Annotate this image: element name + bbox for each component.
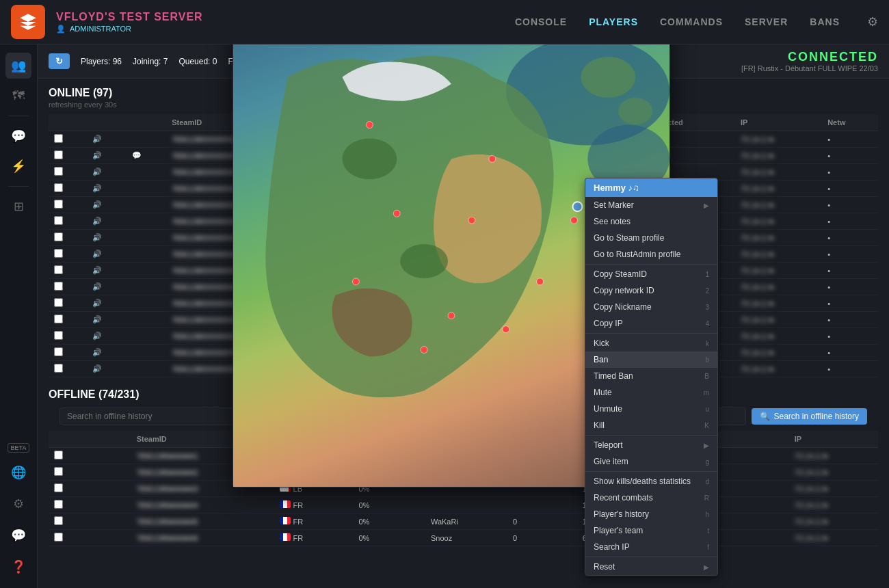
offline-player-checkbox[interactable] [54,451,63,459]
table-row[interactable]: 76561198AAAAAA4 FR 0% 15 12/02/2021 14:0… [49,497,878,513]
row-check[interactable] [49,164,87,181]
orow-check[interactable] [49,481,88,497]
offline-player-checkbox[interactable] [54,467,63,476]
row-check[interactable] [49,131,87,148]
row-check[interactable] [49,197,87,213]
row-check[interactable] [49,213,87,230]
sidebar-gear-icon[interactable]: ⚙ [5,491,31,517]
row-check[interactable] [49,295,87,312]
context-divider-1 [585,264,717,265]
row-check[interactable] [49,148,87,164]
sidebar-globe-icon[interactable]: 🌐 [5,459,31,485]
context-set-marker[interactable]: Set Marker ▶ [585,197,717,213]
sidebar-grid-icon[interactable]: ⊞ [5,193,31,219]
row-check[interactable] [49,230,87,246]
row-check[interactable] [49,263,87,279]
row-ip: 73.14.2.4▪ [735,213,822,230]
player-checkbox[interactable] [54,298,63,307]
sidebar-players-icon[interactable]: 👥 [5,53,31,79]
offline-player-checkbox[interactable] [54,500,63,509]
context-mute[interactable]: Mute m [585,384,717,401]
row-check[interactable] [49,328,87,345]
context-kills-stats[interactable]: Show kills/deaths statistics d [585,473,717,490]
context-search-ip[interactable]: Search IP f [585,539,717,555]
offline-search-button[interactable]: 🔍 Search in offline history [752,408,867,425]
orow-check[interactable] [49,448,88,464]
player-checkbox[interactable] [54,183,63,192]
context-give-item[interactable]: Give item g [585,453,717,470]
player-checkbox[interactable] [54,134,63,143]
sidebar-bottom: BETA 🌐 ⚙ 💬 ❓ [5,443,31,588]
kill-shortcut: K [704,422,709,429]
ocol-ip: IP [789,431,878,448]
player-checkbox[interactable] [54,265,63,274]
player-checkbox[interactable] [54,364,63,373]
sidebar-chat-icon[interactable]: 💬 [5,123,31,149]
nav-players[interactable]: PLAYERS [589,16,638,27]
orow-check[interactable] [49,497,88,513]
player-checkbox[interactable] [54,216,63,225]
context-copy-steamid[interactable]: Copy SteamID 1 [585,266,717,282]
refresh-button[interactable]: ↻ [49,53,70,69]
player-checkbox[interactable] [54,200,63,209]
player-checkbox[interactable] [54,347,63,356]
context-players-history[interactable]: Player's history h [585,506,717,522]
row-chat [127,312,166,328]
player-checkbox[interactable] [54,331,63,340]
table-row[interactable]: 76561198AAAAAA5 FR 0% WaKaRi 0 129 12/02… [49,513,878,530]
nav-console[interactable]: CONSOLE [515,16,567,27]
orow-country: FR [274,513,353,530]
player-checkbox[interactable] [54,282,63,291]
orow-check[interactable] [49,530,88,546]
context-rustadmin-profile[interactable]: Go to RustAdmin profile [585,246,717,263]
context-menu-header: Hemmy ♪♫ [585,178,717,197]
context-steam-profile[interactable]: Go to Steam profile [585,230,717,246]
row-check[interactable] [49,345,87,361]
context-copy-ip[interactable]: Copy IP 4 [585,315,717,332]
copy-nickname-label: Copy Nickname [594,302,652,312]
offline-player-checkbox[interactable] [54,516,63,525]
connected-badge: CONNECTED [FR] Rustix - Débutant FULL WI… [741,50,878,72]
context-reset[interactable]: Reset ▶ [585,559,717,575]
context-ban[interactable]: Ban b [585,351,717,368]
context-players-team[interactable]: Player's team t [585,522,717,539]
settings-icon[interactable]: ⚙ [867,14,878,29]
sidebar-map-icon[interactable]: 🗺 [5,83,31,109]
player-checkbox[interactable] [54,315,63,323]
orow-check[interactable] [49,513,88,530]
player-checkbox[interactable] [54,232,63,241]
rustadmin-profile-label: Go to RustAdmin profile [594,250,680,259]
player-checkbox[interactable] [54,150,63,159]
context-copy-networkid[interactable]: Copy network ID 2 [585,282,717,299]
brand-info: VFLOYD'S TEST SERVER 👤 ADMINISTRATOR [56,11,515,34]
row-speaker: 🔊 [87,279,127,295]
row-check[interactable] [49,312,87,328]
player-checkbox[interactable] [54,167,63,176]
nav-commands[interactable]: COMMANDS [660,16,723,27]
nav-server[interactable]: SERVER [745,16,788,27]
offline-player-checkbox[interactable] [54,533,63,542]
nav-bans[interactable]: BANS [810,16,840,27]
offline-player-checkbox[interactable] [54,483,63,492]
context-copy-nickname[interactable]: Copy Nickname 3 [585,299,717,315]
orow-check[interactable] [49,464,88,481]
svg-point-16 [572,202,582,211]
sidebar-discord-icon[interactable]: 💬 [5,522,31,548]
player-checkbox[interactable] [54,249,63,258]
context-unmute[interactable]: Unmute u [585,401,717,417]
row-check[interactable] [49,246,87,263]
sidebar-help-icon[interactable]: ❓ [5,554,31,580]
row-check[interactable] [49,181,87,197]
context-recent-combats[interactable]: Recent combats R [585,490,717,506]
table-row[interactable]: 76561198AAAAAA6 FR 0% Snooz 0 614 12/02/… [49,530,878,546]
row-check[interactable] [49,279,87,295]
context-see-notes[interactable]: See notes [585,213,717,230]
context-kill[interactable]: Kill K [585,417,717,433]
context-timed-ban[interactable]: Timed Ban B [585,368,717,384]
context-teleport[interactable]: Teleport ▶ [585,437,717,453]
sidebar-filter-icon[interactable]: ⚡ [5,153,31,179]
context-kick[interactable]: Kick k [585,335,717,351]
steam-profile-label: Go to Steam profile [594,233,664,243]
topnav: VFLOYD'S TEST SERVER 👤 ADMINISTRATOR CON… [0,0,889,44]
row-check[interactable] [49,361,87,377]
